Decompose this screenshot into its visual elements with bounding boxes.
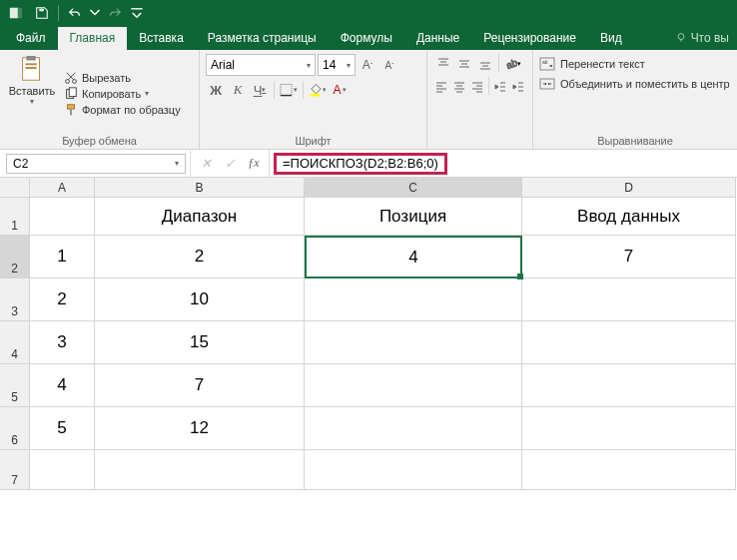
cell-A2[interactable]: 1 bbox=[30, 236, 95, 279]
tab-data[interactable]: Данные bbox=[404, 27, 471, 50]
brush-icon bbox=[64, 103, 78, 117]
svg-rect-2 bbox=[39, 9, 43, 12]
column-header-A[interactable]: A bbox=[30, 178, 95, 198]
cell-B3[interactable]: 10 bbox=[95, 279, 305, 321]
cell-D4[interactable] bbox=[522, 321, 736, 364]
tab-home[interactable]: Главная bbox=[58, 27, 128, 50]
cut-button[interactable]: Вырезать bbox=[64, 71, 181, 85]
save-icon[interactable] bbox=[30, 2, 54, 24]
paste-button[interactable]: Вставить ▾ bbox=[6, 54, 58, 133]
wrap-text-button[interactable]: ab Перенести текст bbox=[539, 54, 731, 74]
cell-D3[interactable] bbox=[522, 279, 736, 321]
merge-center-label: Объединить и поместить в центр bbox=[560, 78, 730, 90]
bold-button[interactable]: Ж bbox=[206, 80, 226, 100]
decrease-font-button[interactable]: Aˇ bbox=[379, 55, 399, 75]
row-header-4[interactable]: 4 bbox=[0, 321, 30, 364]
cell-A3[interactable]: 2 bbox=[30, 279, 95, 321]
fill-color-button[interactable]: ▾ bbox=[308, 80, 328, 100]
orientation-button[interactable]: ab▾ bbox=[502, 54, 522, 74]
italic-button[interactable]: К bbox=[228, 80, 248, 100]
column-header-C[interactable]: C bbox=[305, 178, 522, 198]
column-header-D[interactable]: D bbox=[522, 178, 736, 198]
decrease-indent-button[interactable] bbox=[492, 77, 509, 97]
name-box[interactable]: C2 ▾ bbox=[6, 154, 186, 174]
cell-B6[interactable]: 12 bbox=[95, 407, 305, 450]
font-name-combo[interactable]: Arial ▾ bbox=[206, 54, 316, 76]
row-header-6[interactable]: 6 bbox=[0, 407, 30, 450]
cell-C4[interactable] bbox=[305, 321, 522, 364]
copy-button[interactable]: Копировать ▾ bbox=[64, 87, 181, 101]
row-header-5[interactable]: 5 bbox=[0, 364, 30, 407]
svg-rect-15 bbox=[69, 87, 76, 96]
cell-B1[interactable]: Диапазон bbox=[95, 198, 305, 236]
spacer bbox=[433, 133, 526, 147]
cell-C2[interactable]: 4 bbox=[305, 236, 522, 279]
cell-B4[interactable]: 15 bbox=[95, 321, 305, 364]
column-header-B[interactable]: B bbox=[95, 178, 305, 198]
svg-point-10 bbox=[66, 79, 70, 83]
format-painter-button[interactable]: Формат по образцу bbox=[64, 103, 181, 117]
select-all-corner[interactable] bbox=[0, 178, 30, 198]
align-bottom-button[interactable] bbox=[475, 54, 495, 74]
cell-C6[interactable] bbox=[305, 407, 522, 450]
tab-insert[interactable]: Вставка bbox=[127, 27, 196, 50]
svg-rect-1 bbox=[10, 8, 18, 19]
cell-D6[interactable] bbox=[522, 407, 736, 450]
svg-rect-7 bbox=[26, 56, 35, 61]
alignment-group-label: Выравнивание bbox=[539, 133, 731, 147]
undo-icon[interactable] bbox=[63, 2, 87, 24]
font-color-button[interactable]: А ▾ bbox=[330, 80, 350, 100]
align-right-button[interactable] bbox=[468, 77, 485, 97]
undo-dropdown-icon[interactable] bbox=[89, 2, 101, 24]
cell-D1[interactable]: Ввод данных bbox=[522, 198, 736, 236]
cell-A7[interactable] bbox=[30, 450, 95, 490]
copy-icon bbox=[64, 87, 78, 101]
cell-D5[interactable] bbox=[522, 364, 736, 407]
svg-rect-20 bbox=[311, 94, 320, 97]
tab-file[interactable]: Файл bbox=[4, 27, 58, 50]
align-left-button[interactable] bbox=[433, 77, 450, 97]
row-header-3[interactable]: 3 bbox=[0, 279, 30, 321]
cell-C3[interactable] bbox=[305, 279, 522, 321]
align-middle-button[interactable] bbox=[454, 54, 474, 74]
svg-point-11 bbox=[73, 79, 77, 83]
cell-A4[interactable]: 3 bbox=[30, 321, 95, 364]
tab-review[interactable]: Рецензирование bbox=[471, 27, 588, 50]
redo-icon[interactable] bbox=[103, 2, 127, 24]
lightbulb-icon bbox=[675, 32, 687, 44]
wrap-text-label: Перенести текст bbox=[560, 58, 645, 70]
borders-button[interactable]: ▾ bbox=[279, 80, 299, 100]
formula-input[interactable]: =ПОИСКПОЗ(D2;B2:B6;0) bbox=[274, 153, 447, 175]
increase-indent-button[interactable] bbox=[509, 77, 526, 97]
cell-D2[interactable]: 7 bbox=[522, 236, 736, 279]
insert-function-button[interactable]: ƒx bbox=[243, 154, 265, 174]
cell-A6[interactable]: 5 bbox=[30, 407, 95, 450]
cell-D7[interactable] bbox=[522, 450, 736, 490]
row-header-2[interactable]: 2 bbox=[0, 236, 30, 279]
row-header-1[interactable]: 1 bbox=[0, 198, 30, 236]
qat-customize-icon[interactable] bbox=[129, 2, 145, 24]
font-group-label: Шрифт bbox=[206, 133, 420, 147]
cell-B7[interactable] bbox=[95, 450, 305, 490]
tab-view[interactable]: Вид bbox=[588, 27, 634, 50]
row-header-7[interactable]: 7 bbox=[0, 450, 30, 490]
cell-A5[interactable]: 4 bbox=[30, 364, 95, 407]
align-center-button[interactable] bbox=[451, 77, 468, 97]
tab-page-layout[interactable]: Разметка страницы bbox=[196, 27, 329, 50]
underline-button[interactable]: Ч▾ bbox=[250, 80, 270, 100]
cell-A1[interactable] bbox=[30, 198, 95, 236]
align-top-button[interactable] bbox=[433, 54, 453, 74]
cell-C7[interactable] bbox=[305, 450, 522, 490]
cell-C1[interactable]: Позиция bbox=[305, 198, 522, 236]
tab-formulas[interactable]: Формулы bbox=[329, 27, 404, 50]
group-alignment: ab Перенести текст Объединить и поместит… bbox=[533, 50, 737, 149]
tell-me[interactable]: Что вы bbox=[663, 27, 737, 50]
merge-center-button[interactable]: Объединить и поместить в центр bbox=[539, 74, 731, 94]
chevron-down-icon: ▾ bbox=[175, 159, 179, 168]
cell-B2[interactable]: 2 bbox=[95, 236, 305, 279]
font-size-combo[interactable]: 14 ▾ bbox=[318, 54, 356, 76]
increase-font-button[interactable]: Aˆ bbox=[358, 55, 377, 75]
ribbon: Вставить ▾ Вырезать Копировать ▾ Формат … bbox=[0, 50, 737, 150]
cell-C5[interactable] bbox=[305, 364, 522, 407]
cell-B5[interactable]: 7 bbox=[95, 364, 305, 407]
